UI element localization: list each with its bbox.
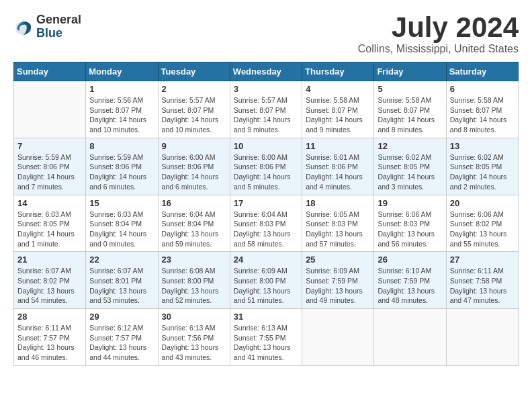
- calendar-cell: 11Sunrise: 6:01 AMSunset: 8:06 PMDayligh…: [302, 138, 374, 195]
- day-number: 25: [306, 255, 370, 265]
- calendar-cell: 1Sunrise: 5:56 AMSunset: 8:07 PMDaylight…: [86, 81, 158, 138]
- calendar-cell: 6Sunrise: 5:58 AMSunset: 8:07 PMDaylight…: [446, 81, 518, 138]
- calendar-cell: 3Sunrise: 5:57 AMSunset: 8:07 PMDaylight…: [230, 81, 302, 138]
- logo-text: General Blue: [36, 13, 81, 40]
- day-number: 9: [162, 141, 226, 151]
- calendar-cell: 12Sunrise: 6:02 AMSunset: 8:05 PMDayligh…: [374, 138, 446, 195]
- day-number: 17: [234, 198, 298, 208]
- page-header: General Blue July 2024 Collins, Mississi…: [13, 13, 519, 55]
- day-number: 3: [234, 84, 298, 94]
- day-number: 1: [89, 84, 154, 94]
- day-info: Sunrise: 5:58 AMSunset: 8:07 PMDaylight:…: [450, 95, 515, 135]
- calendar-cell: [14, 81, 86, 138]
- calendar-cell: 14Sunrise: 6:03 AMSunset: 8:05 PMDayligh…: [14, 195, 86, 252]
- header-day: Tuesday: [158, 62, 230, 81]
- calendar-body: 1Sunrise: 5:56 AMSunset: 8:07 PMDaylight…: [14, 81, 519, 366]
- day-number: 12: [378, 141, 442, 151]
- calendar-cell: 17Sunrise: 6:04 AMSunset: 8:03 PMDayligh…: [230, 195, 302, 252]
- calendar-week-row: 1Sunrise: 5:56 AMSunset: 8:07 PMDaylight…: [14, 81, 519, 138]
- calendar-cell: 20Sunrise: 6:06 AMSunset: 8:02 PMDayligh…: [446, 195, 518, 252]
- day-number: 29: [89, 312, 154, 322]
- calendar-cell: 29Sunrise: 6:12 AMSunset: 7:57 PMDayligh…: [86, 309, 158, 366]
- title-area: July 2024 Collins, Mississippi, United S…: [358, 13, 519, 55]
- calendar-cell: 26Sunrise: 6:10 AMSunset: 7:59 PMDayligh…: [374, 252, 446, 309]
- day-info: Sunrise: 6:09 AMSunset: 7:59 PMDaylight:…: [306, 266, 370, 306]
- day-number: 21: [17, 255, 82, 265]
- calendar-cell: 5Sunrise: 5:58 AMSunset: 8:07 PMDaylight…: [374, 81, 446, 138]
- day-number: 2: [162, 84, 226, 94]
- calendar-cell: [446, 309, 518, 366]
- day-info: Sunrise: 6:03 AMSunset: 8:05 PMDaylight:…: [17, 210, 82, 249]
- logo: General Blue: [13, 13, 81, 40]
- calendar-cell: 28Sunrise: 6:11 AMSunset: 7:57 PMDayligh…: [14, 309, 86, 366]
- calendar-cell: 13Sunrise: 6:02 AMSunset: 8:05 PMDayligh…: [446, 138, 518, 195]
- calendar-cell: 23Sunrise: 6:08 AMSunset: 8:00 PMDayligh…: [158, 252, 230, 309]
- day-number: 28: [17, 312, 82, 322]
- day-info: Sunrise: 6:04 AMSunset: 8:03 PMDaylight:…: [234, 210, 298, 249]
- location: Collins, Mississippi, United States: [358, 43, 519, 55]
- day-info: Sunrise: 6:13 AMSunset: 7:56 PMDaylight:…: [162, 323, 226, 363]
- day-number: 18: [306, 198, 370, 208]
- calendar-cell: 7Sunrise: 5:59 AMSunset: 8:06 PMDaylight…: [14, 138, 86, 195]
- day-info: Sunrise: 6:02 AMSunset: 8:05 PMDaylight:…: [450, 152, 515, 192]
- day-info: Sunrise: 6:11 AMSunset: 7:58 PMDaylight:…: [450, 266, 515, 306]
- day-number: 14: [17, 198, 82, 208]
- day-number: 5: [378, 84, 442, 94]
- calendar-cell: 19Sunrise: 6:06 AMSunset: 8:03 PMDayligh…: [374, 195, 446, 252]
- calendar-cell: 18Sunrise: 6:05 AMSunset: 8:03 PMDayligh…: [302, 195, 374, 252]
- calendar-cell: 8Sunrise: 5:59 AMSunset: 8:06 PMDaylight…: [86, 138, 158, 195]
- header-day: Sunday: [14, 62, 86, 81]
- day-info: Sunrise: 6:06 AMSunset: 8:03 PMDaylight:…: [378, 210, 442, 249]
- day-number: 11: [306, 141, 370, 151]
- day-number: 7: [17, 141, 82, 151]
- day-info: Sunrise: 5:59 AMSunset: 8:06 PMDaylight:…: [89, 152, 154, 192]
- day-number: 31: [234, 312, 298, 322]
- day-info: Sunrise: 6:09 AMSunset: 8:00 PMDaylight:…: [234, 266, 298, 306]
- calendar-cell: 10Sunrise: 6:00 AMSunset: 8:06 PMDayligh…: [230, 138, 302, 195]
- logo-icon: [13, 17, 34, 37]
- day-number: 6: [450, 84, 515, 94]
- logo-general: General: [36, 13, 81, 27]
- day-info: Sunrise: 6:10 AMSunset: 7:59 PMDaylight:…: [378, 266, 442, 306]
- day-number: 15: [89, 198, 154, 208]
- calendar-cell: 30Sunrise: 6:13 AMSunset: 7:56 PMDayligh…: [158, 309, 230, 366]
- calendar-table: SundayMondayTuesdayWednesdayThursdayFrid…: [13, 62, 519, 366]
- day-info: Sunrise: 6:05 AMSunset: 8:03 PMDaylight:…: [306, 210, 370, 249]
- day-info: Sunrise: 6:13 AMSunset: 7:55 PMDaylight:…: [234, 323, 298, 363]
- day-info: Sunrise: 5:58 AMSunset: 8:07 PMDaylight:…: [306, 95, 370, 135]
- day-number: 19: [378, 198, 442, 208]
- day-info: Sunrise: 6:07 AMSunset: 8:02 PMDaylight:…: [17, 266, 82, 306]
- header-day: Friday: [374, 62, 446, 81]
- calendar-cell: 31Sunrise: 6:13 AMSunset: 7:55 PMDayligh…: [230, 309, 302, 366]
- calendar-cell: 4Sunrise: 5:58 AMSunset: 8:07 PMDaylight…: [302, 81, 374, 138]
- day-number: 16: [162, 198, 226, 208]
- calendar-week-row: 7Sunrise: 5:59 AMSunset: 8:06 PMDaylight…: [14, 138, 519, 195]
- day-number: 13: [450, 141, 515, 151]
- calendar-header: SundayMondayTuesdayWednesdayThursdayFrid…: [14, 62, 519, 81]
- header-day: Wednesday: [230, 62, 302, 81]
- day-info: Sunrise: 6:08 AMSunset: 8:00 PMDaylight:…: [162, 266, 226, 306]
- day-info: Sunrise: 6:02 AMSunset: 8:05 PMDaylight:…: [378, 152, 442, 192]
- day-number: 24: [234, 255, 298, 265]
- calendar-week-row: 21Sunrise: 6:07 AMSunset: 8:02 PMDayligh…: [14, 252, 519, 309]
- day-number: 23: [162, 255, 226, 265]
- day-info: Sunrise: 6:11 AMSunset: 7:57 PMDaylight:…: [17, 323, 82, 363]
- calendar-cell: 9Sunrise: 6:00 AMSunset: 8:06 PMDaylight…: [158, 138, 230, 195]
- day-number: 30: [162, 312, 226, 322]
- calendar-week-row: 28Sunrise: 6:11 AMSunset: 7:57 PMDayligh…: [14, 309, 519, 366]
- day-number: 22: [89, 255, 154, 265]
- calendar-cell: 22Sunrise: 6:07 AMSunset: 8:01 PMDayligh…: [86, 252, 158, 309]
- day-info: Sunrise: 6:07 AMSunset: 8:01 PMDaylight:…: [89, 266, 154, 306]
- day-number: 8: [89, 141, 154, 151]
- calendar-cell: [374, 309, 446, 366]
- calendar-cell: 27Sunrise: 6:11 AMSunset: 7:58 PMDayligh…: [446, 252, 518, 309]
- calendar-cell: [302, 309, 374, 366]
- day-info: Sunrise: 5:57 AMSunset: 8:07 PMDaylight:…: [234, 95, 298, 135]
- header-day: Saturday: [446, 62, 518, 81]
- day-info: Sunrise: 6:03 AMSunset: 8:04 PMDaylight:…: [89, 210, 154, 249]
- logo-blue: Blue: [36, 27, 81, 40]
- day-number: 20: [450, 198, 515, 208]
- day-info: Sunrise: 5:59 AMSunset: 8:06 PMDaylight:…: [17, 152, 82, 192]
- calendar-cell: 24Sunrise: 6:09 AMSunset: 8:00 PMDayligh…: [230, 252, 302, 309]
- calendar-cell: 21Sunrise: 6:07 AMSunset: 8:02 PMDayligh…: [14, 252, 86, 309]
